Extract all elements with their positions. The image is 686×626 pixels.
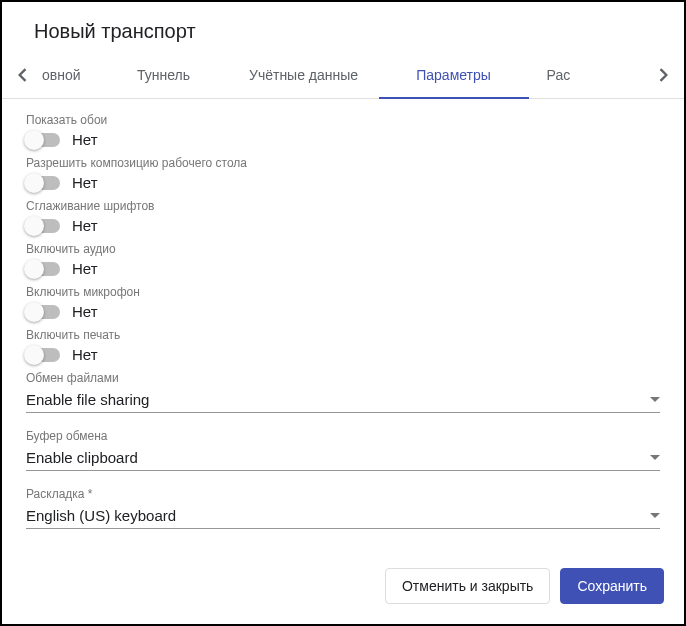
tabs-container: овной Туннель Учётные данные Параметры Р… — [2, 51, 684, 99]
tab-partial-left[interactable]: овной — [42, 51, 99, 99]
toggle-microphone[interactable] — [26, 305, 60, 319]
dialog-header: Новый транспорт — [2, 2, 684, 51]
select-field-filesharing: Обмен файлами Enable file sharing — [26, 371, 660, 413]
tab-scroll-right[interactable] — [644, 51, 684, 99]
select-label: Раскладка * — [26, 487, 660, 501]
toggle-row-microphone: Нет — [26, 303, 660, 320]
toggle-audio[interactable] — [26, 262, 60, 276]
select-layout[interactable]: English (US) keyboard — [26, 501, 660, 529]
toggle-knob — [24, 345, 44, 365]
tab-label: Туннель — [137, 67, 190, 83]
dropdown-arrow-icon — [650, 513, 660, 518]
tabs-list: овной Туннель Учётные данные Параметры Р… — [42, 51, 644, 99]
tab-partial-right[interactable]: Рас — [529, 51, 589, 99]
select-clipboard[interactable]: Enable clipboard — [26, 443, 660, 471]
select-field-clipboard: Буфер обмена Enable clipboard — [26, 429, 660, 471]
tab-parameters[interactable]: Параметры — [379, 51, 529, 99]
toggle-knob — [24, 173, 44, 193]
field-label: Включить печать — [26, 328, 660, 342]
toggle-knob — [24, 259, 44, 279]
select-value: Enable clipboard — [26, 449, 138, 466]
toggle-state: Нет — [72, 174, 98, 191]
toggle-state: Нет — [72, 260, 98, 277]
dialog-title: Новый транспорт — [34, 20, 660, 43]
select-filesharing[interactable]: Enable file sharing — [26, 385, 660, 413]
tab-label: овной — [42, 67, 81, 83]
chevron-left-icon — [17, 68, 27, 82]
tab-label: Учётные данные — [249, 67, 358, 83]
toggle-row-composition: Нет — [26, 174, 660, 191]
tab-scroll-left[interactable] — [2, 51, 42, 99]
toggle-state: Нет — [72, 217, 98, 234]
tab-credentials[interactable]: Учётные данные — [229, 51, 379, 99]
field-label: Разрешить композицию рабочего стола — [26, 156, 660, 170]
tab-tunnel[interactable]: Туннель — [99, 51, 229, 99]
toggle-printing[interactable] — [26, 348, 60, 362]
toggle-row-printing: Нет — [26, 346, 660, 363]
select-value: English (US) keyboard — [26, 507, 176, 524]
toggle-wallpaper[interactable] — [26, 133, 60, 147]
field-label: Сглаживание шрифтов — [26, 199, 660, 213]
toggle-state: Нет — [72, 303, 98, 320]
dialog-footer: Отменить и закрыть Сохранить — [2, 556, 684, 624]
save-button[interactable]: Сохранить — [560, 568, 664, 604]
tab-label: Параметры — [416, 67, 491, 83]
toggle-state: Нет — [72, 131, 98, 148]
toggle-knob — [24, 130, 44, 150]
cancel-button[interactable]: Отменить и закрыть — [385, 568, 550, 604]
field-label: Включить аудио — [26, 242, 660, 256]
field-label: Включить микрофон — [26, 285, 660, 299]
field-label: Показать обои — [26, 113, 660, 127]
toggle-font-smoothing[interactable] — [26, 219, 60, 233]
chevron-right-icon — [659, 68, 669, 82]
dialog: Новый транспорт овной Туннель Учётные да… — [0, 0, 686, 626]
toggle-row-font-smoothing: Нет — [26, 217, 660, 234]
tab-label: Рас — [547, 67, 571, 83]
select-value: Enable file sharing — [26, 391, 149, 408]
toggle-state: Нет — [72, 346, 98, 363]
select-label: Буфер обмена — [26, 429, 660, 443]
toggle-row-audio: Нет — [26, 260, 660, 277]
select-label: Обмен файлами — [26, 371, 660, 385]
dropdown-arrow-icon — [650, 397, 660, 402]
toggle-knob — [24, 302, 44, 322]
content-area: Показать обои Нет Разрешить композицию р… — [2, 99, 684, 556]
select-field-layout: Раскладка * English (US) keyboard — [26, 487, 660, 529]
toggle-knob — [24, 216, 44, 236]
toggle-row-wallpaper: Нет — [26, 131, 660, 148]
dropdown-arrow-icon — [650, 455, 660, 460]
toggle-composition[interactable] — [26, 176, 60, 190]
